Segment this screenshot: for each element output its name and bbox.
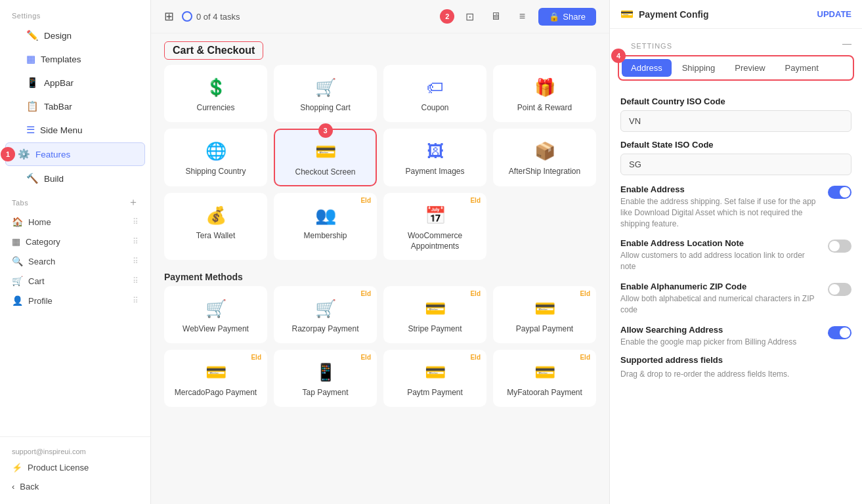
allow-searching-title: Allow Searching Address (620, 325, 821, 335)
close-icon[interactable]: — (842, 38, 851, 49)
grid-icon[interactable]: ⊞ (164, 9, 174, 24)
sidebar-item-sidemenu[interactable]: ☰ Side Menu (5, 119, 145, 141)
alphanumeric-zip-desc: Allow both alphabetical and numerical ch… (620, 293, 821, 316)
paypal-card[interactable]: Eld 💳 Paypal Payment (493, 286, 596, 343)
support-email: support@inspireui.com (0, 445, 150, 458)
enable-address-row: Enable Address Enable the address shippi… (620, 184, 851, 229)
webview-payment-card[interactable]: 🛒 WebView Payment (164, 286, 267, 343)
alphanumeric-zip-title: Enable Alphanumeric ZIP Code (620, 282, 821, 291)
mercadopago-icon: 💳 (205, 362, 226, 383)
share-button[interactable]: 🔒 Share (538, 8, 596, 26)
country-code-input[interactable] (620, 110, 851, 132)
search-icon: 🔍 (12, 256, 23, 266)
right-panel-header: 💳 Payment Config UPDATE (610, 0, 862, 29)
eld-badge: Eld (470, 354, 481, 361)
cart-icon: 🛒 (12, 276, 23, 286)
state-code-input[interactable] (620, 154, 851, 175)
sidebar-item-design[interactable]: ✏️ Design (5, 24, 145, 47)
enable-address-toggle[interactable] (828, 186, 851, 199)
sidebar-tab-home[interactable]: 🏠 Home ⠿ (0, 212, 150, 232)
paypal-icon: 💳 (534, 299, 555, 319)
tap-payment-card[interactable]: Eld 📱 Tap Payment (274, 350, 377, 407)
add-tab-button[interactable]: ＋ (128, 196, 139, 209)
back-item[interactable]: ‹ Back (0, 477, 150, 496)
coupon-icon: 🏷 (427, 77, 444, 98)
sidebar-item-build[interactable]: 🔨 Build (5, 167, 145, 190)
payment-methods-grid: 🛒 WebView Payment Eld 🛒 Razorpay Payment… (151, 286, 609, 413)
sidebar-tab-profile[interactable]: 👤 Profile ⠿ (0, 291, 150, 310)
currencies-card[interactable]: 💲 Currencies (164, 65, 267, 122)
tera-wallet-icon: 💰 (205, 205, 226, 226)
sidebar-item-appbar[interactable]: 📱 AppBar (5, 72, 145, 94)
list-icon[interactable]: ≡ (512, 7, 532, 26)
state-code-label: Default State ISO Code (620, 140, 851, 150)
supported-fields-label: Supported address fields (620, 355, 851, 365)
eld-badge: Eld (580, 290, 590, 297)
razorpay-icon: 🛒 (315, 299, 336, 319)
membership-card[interactable]: Eld 👥 Membership (274, 193, 377, 260)
sidebar-item-templates[interactable]: ▦ Templates (5, 48, 145, 70)
stripe-icon: 💳 (425, 299, 446, 319)
drag-handle[interactable]: ⠿ (133, 217, 139, 226)
aftership-card[interactable]: 📦 AfterShip Integration (493, 129, 596, 187)
main-content: ⊞ 0 of 4 tasks 2 ⊡ 🖥 ≡ 🔒 Share Cart & Ch… (151, 0, 609, 504)
step4-badge: 4 (611, 49, 626, 63)
build-icon: 🔨 (26, 173, 39, 184)
stripe-card[interactable]: Eld 💳 Stripe Payment (383, 286, 486, 343)
right-panel: 💳 Payment Config UPDATE SETTINGS — 4 Add… (609, 0, 862, 504)
sidebar-item-features[interactable]: 1 ⚙️ Features (5, 142, 145, 166)
features-grid: 💲 Currencies 🛒 Shopping Cart 🏷 Coupon 🎁 … (151, 65, 609, 266)
tabs-section-header: Tabs ＋ (0, 190, 150, 212)
payment-images-card[interactable]: 🖼 Payment Images (383, 129, 486, 187)
tab-address[interactable]: Address (622, 59, 672, 77)
monitor-icon[interactable]: 🖥 (486, 7, 506, 26)
tasks-indicator: 0 of 4 tasks (182, 11, 240, 22)
drag-handle[interactable]: ⠿ (133, 296, 139, 305)
settings-body: Default Country ISO Code Default State I… (610, 89, 862, 396)
woocommerce-appointments-card[interactable]: Eld 📅 WooCommerce Appointments (383, 193, 486, 260)
shipping-country-card[interactable]: 🌐 Shipping Country (164, 129, 267, 187)
supported-fields-desc: Drag & drop to re-order the address fiel… (620, 369, 851, 380)
paytm-icon: 💳 (425, 362, 446, 383)
razorpay-card[interactable]: Eld 🛒 Razorpay Payment (274, 286, 377, 343)
sidebar-tab-category[interactable]: ▦ Category ⠿ (0, 232, 150, 251)
mercadopago-card[interactable]: Eld 💳 MercadoPago Payment (164, 350, 267, 407)
features-icon: ⚙️ (18, 148, 30, 160)
product-license-item[interactable]: ⚡ Product License (0, 458, 150, 477)
eld-badge: Eld (580, 354, 590, 361)
shopping-cart-card[interactable]: 🛒 Shopping Cart (274, 65, 377, 122)
enable-location-note-row: Enable Address Location Note Allow custo… (620, 238, 851, 272)
tab-shipping[interactable]: Shipping (673, 59, 725, 77)
coupon-card[interactable]: 🏷 Coupon (383, 65, 486, 122)
tera-wallet-card[interactable]: 💰 Tera Wallet (164, 193, 267, 260)
sidebar-item-tabbar[interactable]: 📋 TabBar (5, 95, 145, 117)
eld-badge: Eld (360, 197, 371, 204)
drag-handle[interactable]: ⠿ (133, 237, 139, 246)
alphanumeric-zip-toggle[interactable] (828, 283, 851, 296)
update-button[interactable]: UPDATE (817, 9, 851, 19)
point-reward-card[interactable]: 🎁 Point & Reward (493, 65, 596, 122)
section-title-box: Cart & Checkout (164, 41, 596, 60)
eld-badge: Eld (360, 354, 371, 361)
payment-images-icon: 🖼 (427, 141, 444, 161)
drag-handle[interactable]: ⠿ (133, 257, 139, 266)
eld-badge: Eld (251, 354, 261, 361)
lightning-icon: ⚡ (12, 463, 22, 472)
lock-icon: 🔒 (549, 12, 559, 22)
allow-searching-desc: Enable the google map picker from Billin… (620, 337, 821, 348)
checkout-screen-card[interactable]: 3 💳 Checkout Screen (274, 129, 377, 187)
location-note-toggle[interactable] (828, 240, 851, 253)
paytm-card[interactable]: Eld 💳 Paytm Payment (383, 350, 486, 407)
settings-section-label: Settings (0, 0, 150, 24)
allow-searching-toggle[interactable] (828, 326, 851, 339)
tab-preview[interactable]: Preview (725, 59, 774, 77)
webview-icon: 🛒 (205, 299, 226, 319)
drag-handle[interactable]: ⠿ (133, 276, 139, 285)
tab-payment[interactable]: Payment (776, 59, 828, 77)
sidebar-tab-search[interactable]: 🔍 Search ⠿ (0, 251, 150, 271)
enable-address-title: Enable Address (620, 184, 821, 194)
scan-icon[interactable]: ⊡ (460, 7, 479, 26)
sidebar-tab-cart[interactable]: 🛒 Cart ⠿ (0, 271, 150, 291)
point-reward-icon: 🎁 (534, 77, 555, 98)
myfatoorah-card[interactable]: Eld 💳 MyFatoorah Payment (493, 350, 596, 407)
